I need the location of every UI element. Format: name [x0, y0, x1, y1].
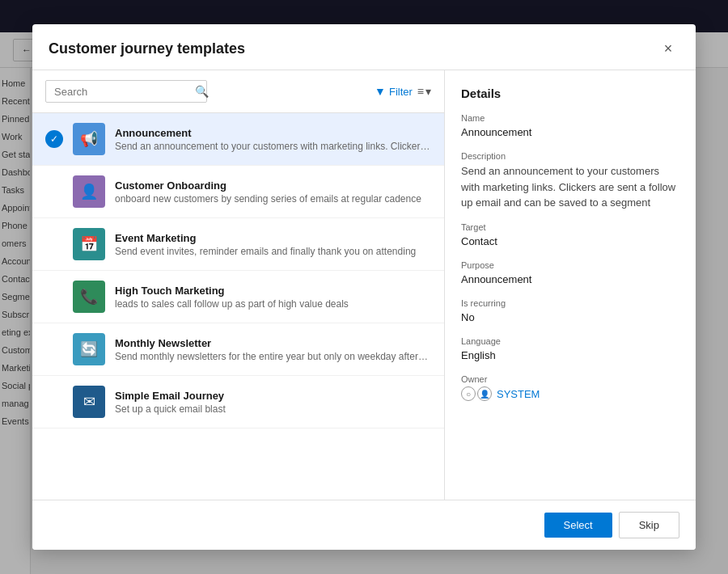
template-icon-onboarding: 👤 [73, 175, 105, 208]
select-button[interactable]: Select [544, 513, 612, 538]
detail-owner-field: Owner ○ 👤 SYSTEM [461, 374, 679, 401]
search-icon: 🔍 [195, 85, 209, 98]
detail-description-value: Send an announcement to your customers w… [461, 163, 679, 211]
template-name-event: Event Marketing [115, 232, 431, 244]
detail-target-value: Contact [461, 234, 679, 249]
template-info-hightouch: High Touch Marketing leads to sales call… [115, 285, 431, 310]
selected-check-announcement: ✓ [45, 130, 63, 148]
template-icon-hightouch: 📞 [73, 281, 105, 313]
template-name-simpleemail: Simple Email Journey [115, 390, 431, 402]
detail-owner-label: Owner [461, 374, 679, 384]
template-desc-announcement: Send an announcement to your customers w… [115, 141, 431, 152]
dialog-title: Customer journey templates [49, 40, 245, 57]
template-item-high-touch[interactable]: 📞 High Touch Marketing leads to sales ca… [32, 271, 444, 323]
detail-language-field: Language English [461, 336, 679, 363]
detail-target-label: Target [461, 222, 679, 232]
template-desc-event: Send event invites, reminder emails and … [115, 246, 431, 257]
template-name-newsletter: Monthly Newsletter [115, 337, 431, 349]
template-item-event-marketing[interactable]: 📅 Event Marketing Send event invites, re… [32, 218, 444, 271]
detail-name-field: Name Announcement [461, 113, 679, 140]
detail-purpose-label: Purpose [461, 260, 679, 270]
filter-label: Filter [389, 86, 413, 98]
detail-language-value: English [461, 348, 679, 363]
template-name-hightouch: High Touch Marketing [115, 285, 431, 297]
detail-purpose-value: Announcement [461, 272, 679, 287]
search-input[interactable] [54, 86, 190, 98]
owner-person-icon: 👤 [477, 386, 492, 401]
detail-recurring-field: Is recurring No [461, 298, 679, 325]
check-empty-newsletter [45, 340, 63, 358]
filter-row: ▼ Filter ≡ ▾ [375, 85, 431, 98]
template-item-announcement[interactable]: ✓ 📢 Announcement Send an announcement to… [32, 113, 444, 166]
dialog-body: 🔍 ▼ Filter ≡ ▾ [32, 70, 696, 500]
template-icon-simpleemail: ✉ [73, 386, 105, 418]
filter-icon: ▼ [375, 85, 386, 98]
template-list: ✓ 📢 Announcement Send an announcement to… [32, 113, 444, 500]
detail-recurring-label: Is recurring [461, 298, 679, 308]
template-icon-announcement: 📢 [73, 123, 105, 155]
template-icon-event: 📅 [73, 228, 105, 260]
template-name-announcement: Announcement [115, 127, 431, 139]
skip-button[interactable]: Skip [619, 512, 679, 538]
detail-target-field: Target Contact [461, 222, 679, 249]
close-button[interactable]: × [657, 37, 679, 60]
detail-language-label: Language [461, 336, 679, 346]
owner-name-value: SYSTEM [497, 388, 540, 400]
sort-lines-icon: ≡ [417, 85, 424, 98]
template-desc-hightouch: leads to sales call follow up as part of… [115, 298, 431, 310]
template-item-simple-email[interactable]: ✉ Simple Email Journey Set up a quick em… [32, 376, 444, 428]
dialog-header: Customer journey templates × [32, 24, 696, 70]
detail-name-value: Announcement [461, 125, 679, 140]
detail-purpose-field: Purpose Announcement [461, 260, 679, 287]
check-empty-simpleemail [45, 393, 63, 411]
sort-chevron-icon: ▾ [425, 85, 431, 98]
dialog-footer: Select Skip [32, 500, 696, 550]
template-item-newsletter[interactable]: 🔄 Monthly Newsletter Send monthly newsle… [32, 323, 444, 376]
template-list-panel: 🔍 ▼ Filter ≡ ▾ [32, 70, 445, 500]
template-info-announcement: Announcement Send an announcement to you… [115, 127, 431, 152]
template-name-onboarding: Customer Onboarding [115, 179, 431, 192]
template-info-newsletter: Monthly Newsletter Send monthly newslett… [115, 337, 431, 362]
owner-circle-icon: ○ [461, 386, 476, 401]
template-desc-simpleemail: Set up a quick email blast [115, 403, 431, 415]
filter-button[interactable]: ▼ Filter [375, 85, 413, 98]
template-info-onboarding: Customer Onboarding onboard new customer… [115, 179, 431, 205]
detail-description-field: Description Send an announcement to your… [461, 151, 679, 211]
details-title: Details [461, 87, 679, 100]
template-info-simpleemail: Simple Email Journey Set up a quick emai… [115, 390, 431, 415]
template-info-event: Event Marketing Send event invites, remi… [115, 232, 431, 257]
template-item-onboarding[interactable]: 👤 Customer Onboarding onboard new custom… [32, 166, 444, 218]
owner-row: ○ 👤 SYSTEM [461, 386, 679, 401]
check-empty-onboarding [45, 183, 63, 200]
check-empty-hightouch [45, 288, 63, 306]
owner-icons: ○ 👤 [461, 386, 492, 401]
search-filter-row: 🔍 ▼ Filter ≡ ▾ [32, 70, 444, 113]
detail-description-label: Description [461, 151, 679, 161]
template-desc-onboarding: onboard new customers by sending series … [115, 193, 431, 205]
modal-overlay: Customer journey templates × 🔍 ▼ Filter [0, 0, 728, 574]
customer-journey-dialog: Customer journey templates × 🔍 ▼ Filter [32, 24, 696, 550]
detail-recurring-value: No [461, 310, 679, 325]
details-panel: Details Name Announcement Description Se… [445, 70, 696, 500]
search-input-wrap[interactable]: 🔍 [45, 80, 207, 103]
detail-name-label: Name [461, 113, 679, 123]
template-icon-newsletter: 🔄 [73, 333, 105, 365]
check-empty-event [45, 235, 63, 253]
sort-button[interactable]: ≡ ▾ [417, 85, 431, 98]
template-desc-newsletter: Send monthly newsletters for the entire … [115, 351, 431, 362]
